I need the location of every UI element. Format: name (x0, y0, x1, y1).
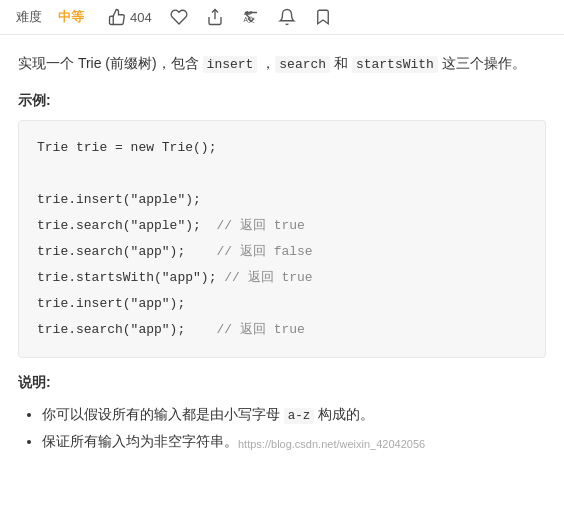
top-bar: 难度 中等 404 (0, 0, 564, 35)
code-line-4: trie.search("app"); // 返回 false (37, 239, 527, 265)
svg-text:A文: A文 (243, 16, 255, 23)
main-content: 实现一个 Trie (前缀树)，包含 insert ，search 和 star… (0, 35, 564, 471)
code-line-6: trie.insert("app"); (37, 291, 527, 317)
thumbs-up-icon (108, 8, 126, 26)
watermark: https://blog.csdn.net/weixin_42042056 (238, 438, 425, 450)
heart-icon (170, 8, 188, 26)
code-line-3: trie.search("apple"); // 返回 true (37, 213, 527, 239)
like-count: 404 (130, 10, 152, 25)
like-button[interactable]: 404 (108, 8, 152, 26)
translate-icon: A文 (242, 8, 260, 26)
code-example: Trie trie = new Trie(); trie.insert("app… (18, 120, 546, 358)
bookmark-button[interactable] (314, 8, 332, 26)
comment-3: // 返回 true (224, 265, 312, 291)
notes-title: 说明: (18, 374, 546, 392)
translate-button[interactable]: A文 (242, 8, 260, 26)
comment-1: // 返回 true (216, 213, 304, 239)
comment-2: // 返回 false (216, 239, 312, 265)
search-keyword: search (275, 56, 330, 73)
notes-section: 说明: 你可以假设所有的输入都是由小写字母 a-z 构成的。 保证所有输入均为非… (18, 374, 546, 454)
notification-button[interactable] (278, 8, 296, 26)
share-icon (206, 8, 224, 26)
share-button[interactable] (206, 8, 224, 26)
code-line-blank (37, 161, 527, 187)
difficulty-value: 中等 (58, 8, 84, 26)
notes-list: 你可以假设所有的输入都是由小写字母 a-z 构成的。 保证所有输入均为非空字符串… (18, 402, 546, 454)
az-code: a-z (284, 408, 315, 424)
problem-description: 实现一个 Trie (前缀树)，包含 insert ，search 和 star… (18, 51, 546, 76)
note-item-2: 保证所有输入均为非空字符串。https://blog.csdn.net/weix… (42, 429, 546, 455)
code-line-5: trie.startsWith("app"); // 返回 true (37, 265, 527, 291)
example-title: 示例: (18, 92, 546, 110)
code-line-2: trie.insert("apple"); (37, 187, 527, 213)
comment-4: // 返回 true (216, 317, 304, 343)
bell-icon (278, 8, 296, 26)
action-icons: 404 A文 (108, 8, 332, 26)
favorite-button[interactable] (170, 8, 188, 26)
note-item-1: 你可以假设所有的输入都是由小写字母 a-z 构成的。 (42, 402, 546, 429)
difficulty-label: 难度 (16, 8, 42, 26)
bookmark-icon (314, 8, 332, 26)
code-line-1: Trie trie = new Trie(); (37, 135, 527, 161)
insert-keyword: insert (203, 56, 258, 73)
code-line-7: trie.search("app"); // 返回 true (37, 317, 527, 343)
startswith-keyword: startsWith (352, 56, 438, 73)
